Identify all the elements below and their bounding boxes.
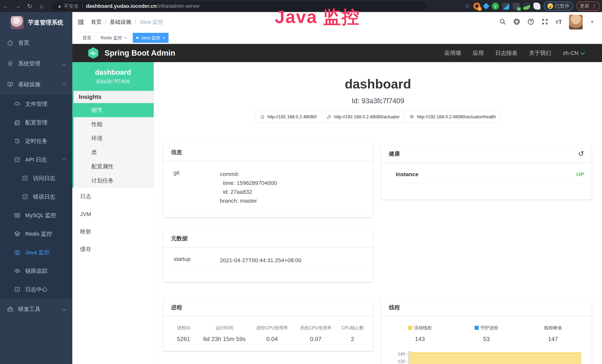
threads-peak-stat: 线程峰值 147 — [520, 325, 586, 343]
extension-pin-icon[interactable] — [483, 3, 490, 10]
item-label: 计划任务 — [91, 177, 114, 184]
sba-item-jvm[interactable]: JVM — [72, 205, 154, 223]
sba-nav-applications[interactable]: 应用 — [473, 49, 484, 57]
val-process-cpu: 0.04 — [250, 336, 294, 343]
sba-language-select[interactable]: zh-CN — [563, 50, 584, 56]
col-cpu-cores: CPU核心数 — [338, 325, 367, 331]
extension-green-circle-icon[interactable]: y — [492, 3, 499, 10]
sidebar-item-infra[interactable]: 基础设施 — [0, 74, 72, 95]
sba-item-scheduled-tasks[interactable]: 计划任务 — [74, 173, 154, 188]
profile-paused-pill[interactable]: 已暂停 — [544, 1, 573, 11]
sba-nav-wallboard[interactable]: 应用墙 — [444, 49, 461, 57]
chevron-up-icon — [62, 158, 66, 161]
hamburger-icon[interactable] — [77, 18, 85, 26]
sba-item-environment[interactable]: 环境 — [74, 131, 154, 145]
item-label: 环境 — [91, 135, 103, 142]
sidebar-item-dev-tools[interactable]: 研发工具 — [0, 299, 72, 320]
edit-square-icon — [22, 175, 28, 181]
address-bar[interactable]: ▲ 不安全 | dashboard.yudao.iocoder.cn/infra… — [52, 1, 427, 11]
sba-nav-about[interactable]: 关于我们 — [529, 49, 551, 57]
threads-chart: 140 120 100 — [387, 350, 586, 364]
app-logo-row[interactable]: 芋道管理系统 — [0, 12, 72, 32]
font-size-icon[interactable]: тT — [556, 19, 562, 25]
metadata-card: 元数据 startup 2021-04-27T00:44:31.254+08:0… — [163, 230, 373, 282]
briefcase-icon — [7, 306, 13, 312]
health-instance-row[interactable]: Instance UP — [396, 171, 584, 183]
java-monitor-icon — [14, 249, 20, 256]
instance-title: dashboard — [154, 76, 602, 91]
tab-redis-monitor[interactable]: Redis 监控× — [97, 33, 130, 43]
extension-switch-icon[interactable]: on — [513, 3, 520, 10]
actuator-url-button[interactable]: http://192.168.0.2:48080/actuator — [322, 111, 405, 123]
service-url-button[interactable]: http://192.168.0.2:48080/ — [255, 111, 322, 123]
sba-item-logs[interactable]: 日志 — [72, 188, 154, 205]
sidebar-item-home[interactable]: 首页 — [0, 32, 72, 53]
extension-orange-icon[interactable]: 1 — [473, 3, 480, 10]
sba-item-classes[interactable]: 类 — [74, 145, 154, 160]
history-icon[interactable]: ↺ — [578, 150, 584, 158]
sba-item-details[interactable]: 细节 — [74, 103, 154, 117]
tab-java-monitor[interactable]: Java 监控× — [133, 33, 169, 43]
col-uptime: 运行时间 — [199, 325, 250, 331]
tab-home[interactable]: 首页 — [79, 33, 95, 43]
browser-forward-icon[interactable]: → — [12, 2, 24, 10]
sba-nav-journal[interactable]: 日志报表 — [495, 49, 517, 57]
info-git-row: git commit: time: 1596289704000 id: 27aa… — [173, 170, 365, 211]
help-icon[interactable] — [527, 18, 534, 26]
item-label: 类 — [91, 149, 97, 156]
user-avatar[interactable] — [569, 15, 583, 30]
bookmark-star-icon[interactable]: ☆ — [465, 3, 470, 10]
val-pid: 5261 — [169, 336, 199, 343]
browser-home-icon[interactable]: ⌂ — [36, 2, 47, 10]
sidebar-item-system[interactable]: 系统管理 — [0, 53, 72, 74]
sidebar-item-java-monitor[interactable]: Java 监控 — [0, 243, 72, 262]
sidebar-item-config-manage[interactable]: 配置管理 — [0, 113, 72, 132]
browser-back-icon[interactable]: ← — [0, 2, 12, 10]
sidebar-item-mysql-monitor[interactable]: MySQL 监控 — [0, 206, 72, 225]
close-icon[interactable]: × — [124, 35, 127, 40]
extension-grid-icon[interactable] — [502, 3, 509, 10]
browser-update-button[interactable]: 更新 ⋮ — [576, 1, 600, 11]
threads-peak-value: 147 — [548, 336, 558, 343]
info-key: git — [173, 170, 220, 176]
threads-live-stat: 活动线程 143 — [387, 325, 453, 343]
edit-square-icon — [14, 119, 20, 126]
threads-live-label: 活动线程 — [414, 325, 432, 331]
tab-label: Java 监控 — [141, 35, 160, 41]
sidebar-item-error-log[interactable]: 错误日志 — [0, 187, 72, 206]
sba-brand-title: Spring Boot Admin — [105, 49, 175, 57]
sba-sidebar: dashboard 93a3fc7f7409 Insights 细节 性能 环境… — [72, 62, 154, 364]
extension-leaf-icon[interactable] — [523, 3, 530, 10]
sidebar-item-file-manage[interactable]: 文件管理 — [0, 95, 72, 113]
sidebar-item-access-log[interactable]: 访问日志 — [0, 169, 72, 187]
sidebar-item-redis-monitor[interactable]: Redis 监控 — [0, 225, 72, 243]
sba-item-mappings[interactable]: 映射 — [72, 223, 154, 240]
health-url-button[interactable]: http://192.168.0.2:48080/actuator/health — [404, 111, 501, 123]
sidebar-item-scheduled-jobs[interactable]: 定时任务 — [0, 132, 72, 150]
breadcrumb-home[interactable]: 首页 — [91, 18, 102, 26]
sidebar-item-api-log[interactable]: API 日志 — [0, 150, 72, 169]
browser-menu-icon[interactable]: ⋮ — [592, 3, 597, 9]
edit-square-icon — [14, 286, 20, 293]
sidebar-item-tracing[interactable]: 链路追踪 — [0, 262, 72, 280]
sba-item-caches[interactable]: 缓存 — [72, 240, 154, 258]
chevron-down-icon — [580, 50, 585, 55]
heartbeat-icon — [409, 114, 414, 119]
extensions-puzzle-icon[interactable] — [533, 3, 540, 10]
sba-item-metrics[interactable]: 性能 — [74, 117, 154, 131]
close-icon[interactable]: × — [162, 35, 165, 40]
fullscreen-icon[interactable] — [541, 18, 548, 26]
sba-item-config-props[interactable]: 配置属性 — [74, 160, 154, 173]
search-icon[interactable] — [499, 18, 506, 26]
info-card-title: 信息 — [171, 149, 182, 156]
monitor-icon — [7, 81, 13, 87]
breadcrumb-infra[interactable]: 基础设施 — [110, 18, 131, 26]
service-url: http://192.168.0.2:48080/ — [267, 114, 317, 119]
instance-url-buttons: http://192.168.0.2:48080/ http://192.168… — [154, 111, 602, 123]
caret-down-icon[interactable]: ▼ — [590, 19, 595, 25]
sidebar-item-log-center[interactable]: 日志中心 — [0, 280, 72, 299]
sba-instance-header[interactable]: dashboard 93a3fc7f7409 — [72, 62, 154, 91]
browser-reload-icon[interactable]: ↻ — [24, 2, 36, 10]
github-icon[interactable] — [513, 18, 520, 26]
screen: ← → ↻ ⌂ ▲ 不安全 | dashboard.yudao.iocoder.… — [0, 0, 602, 364]
